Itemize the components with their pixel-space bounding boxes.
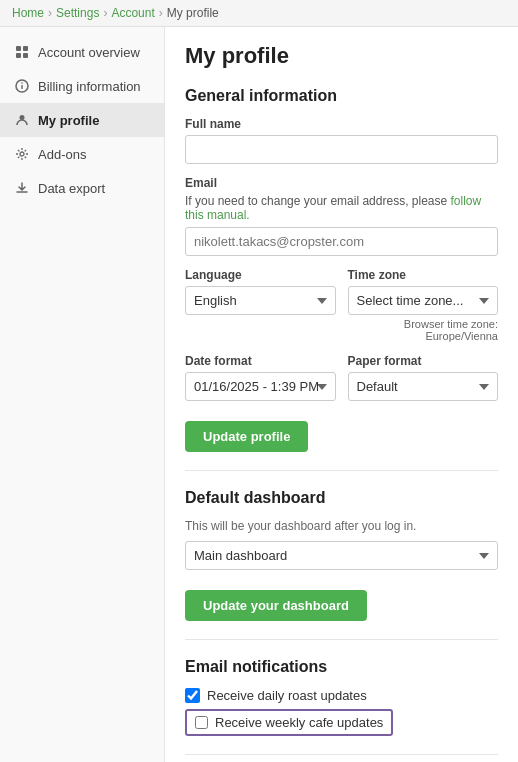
timezone-field-group: Time zone Select time zone... Browser ti… [348,268,499,342]
sidebar-label-data-export: Data export [38,181,105,196]
general-info-section-title: General information [185,87,498,105]
breadcrumb: Home › Settings › Account › My profile [0,0,518,27]
sidebar-item-billing[interactable]: Billing information [0,69,164,103]
circle-info-icon [14,78,30,94]
weekly-cafe-label: Receive weekly cafe updates [215,715,383,730]
daily-roast-label: Receive daily roast updates [207,688,367,703]
language-field-group: Language English [185,268,336,342]
breadcrumb-settings[interactable]: Settings [56,6,99,20]
sidebar: Account overview Billing information My [0,27,165,762]
sidebar-label-my-profile: My profile [38,113,99,128]
update-profile-button[interactable]: Update profile [185,421,308,452]
date-format-select[interactable]: 01/16/2025 - 1:39 PM [185,372,336,401]
date-paper-row: Date format 01/16/2025 - 1:39 PM Paper f… [185,354,498,413]
weekly-cafe-checkbox-row: Receive weekly cafe updates [185,709,393,736]
update-dashboard-button[interactable]: Update your dashboard [185,590,367,621]
language-label: Language [185,268,336,282]
download-icon [14,180,30,196]
svg-point-6 [21,82,23,84]
breadcrumb-sep1: › [48,6,52,20]
breadcrumb-account[interactable]: Account [111,6,154,20]
svg-rect-2 [16,53,21,58]
language-timezone-row: Language English Time zone Select time z… [185,268,498,354]
sidebar-label-account-overview: Account overview [38,45,140,60]
svg-rect-0 [16,46,21,51]
divider-2 [185,639,498,640]
email-field-group: Email If you need to change your email a… [185,176,498,256]
date-format-field-group: Date format 01/16/2025 - 1:39 PM [185,354,336,401]
date-format-label: Date format [185,354,336,368]
svg-rect-1 [23,46,28,51]
email-label: Email [185,176,498,190]
language-select[interactable]: English [185,286,336,315]
email-input[interactable] [185,227,498,256]
grid-icon [14,44,30,60]
sidebar-item-account-overview[interactable]: Account overview [0,35,164,69]
timezone-hint: Browser time zone: Europe/Vienna [348,318,499,342]
sidebar-label-billing: Billing information [38,79,141,94]
main-content: My profile General information Full name… [165,27,518,762]
email-notifications-section-title: Email notifications [185,658,498,676]
gear-icon [14,146,30,162]
dashboard-select-group: Main dashboard [185,541,498,570]
breadcrumb-sep3: › [159,6,163,20]
full-name-label: Full name [185,117,498,131]
breadcrumb-sep2: › [103,6,107,20]
breadcrumb-current: My profile [167,6,219,20]
timezone-label: Time zone [348,268,499,282]
divider-1 [185,470,498,471]
timezone-select[interactable]: Select time zone... [348,286,499,315]
dashboard-note: This will be your dashboard after you lo… [185,519,498,533]
person-icon [14,112,30,128]
sidebar-item-add-ons[interactable]: Add-ons [0,137,164,171]
email-note: If you need to change your email address… [185,194,498,222]
page-title: My profile [185,43,498,69]
breadcrumb-home[interactable]: Home [12,6,44,20]
divider-3 [185,754,498,755]
sidebar-item-data-export[interactable]: Data export [0,171,164,205]
sidebar-label-add-ons: Add-ons [38,147,86,162]
svg-point-8 [20,152,24,156]
svg-rect-5 [21,85,22,89]
paper-format-label: Paper format [348,354,499,368]
paper-format-field-group: Paper format Default [348,354,499,401]
weekly-cafe-checkbox[interactable] [195,716,208,729]
full-name-input[interactable] [185,135,498,164]
svg-rect-3 [23,53,28,58]
full-name-field-group: Full name [185,117,498,164]
paper-format-select[interactable]: Default [348,372,499,401]
daily-roast-checkbox-row: Receive daily roast updates [185,688,498,703]
dashboard-select[interactable]: Main dashboard [185,541,498,570]
sidebar-item-my-profile[interactable]: My profile [0,103,164,137]
default-dashboard-section-title: Default dashboard [185,489,498,507]
daily-roast-checkbox[interactable] [185,688,200,703]
